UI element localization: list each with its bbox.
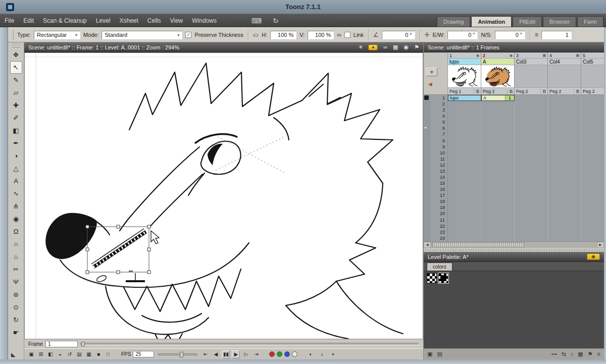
menu-edit[interactable]: Edit <box>19 14 38 27</box>
xsheet-cell[interactable] <box>515 204 548 211</box>
xsheet-cell[interactable] <box>548 186 581 192</box>
first-frame-button[interactable]: ⇤ <box>201 350 210 358</box>
xsheet-cell[interactable] <box>481 125 515 131</box>
locator-icon[interactable]: ⌖ <box>329 350 337 358</box>
add-level-button[interactable]: + <box>426 68 437 76</box>
xsheet-cell[interactable] <box>581 107 604 113</box>
room-tab-animation[interactable]: Animation <box>471 16 512 27</box>
matte-channel-toggle[interactable] <box>292 351 297 357</box>
palette-power-button[interactable]: ◉ <box>587 253 600 260</box>
xsheet-cell[interactable] <box>448 156 481 162</box>
sound-icon[interactable]: ♪ <box>318 350 326 358</box>
play-button[interactable]: ▶ <box>232 350 240 358</box>
menu-cells[interactable]: Cells <box>143 14 166 27</box>
xsheet-cell[interactable] <box>581 101 604 107</box>
xsheet-cell[interactable] <box>548 162 581 168</box>
frame-marker-cell[interactable] <box>424 211 430 217</box>
ew-field[interactable]: 0 " <box>447 31 478 39</box>
xsheet-cell[interactable] <box>548 131 581 137</box>
xsheet-cell[interactable] <box>481 174 515 180</box>
frame-number[interactable]: 18 <box>430 198 448 204</box>
frame-number[interactable]: 10 <box>430 150 448 156</box>
frame-marker-cell[interactable] <box>424 204 430 211</box>
xsheet-cell[interactable] <box>548 113 581 119</box>
tab-colors[interactable]: colors <box>427 263 452 271</box>
xsheet-hscrollbar[interactable]: ◀ ▶ <box>424 241 604 248</box>
v-scale-field[interactable]: 100 % <box>308 31 334 39</box>
frame-marker-cell[interactable] <box>424 138 430 144</box>
green-channel-toggle[interactable] <box>277 351 282 357</box>
xsheet-cell[interactable] <box>481 144 515 150</box>
xsheet-cell[interactable] <box>481 180 515 186</box>
frame-marker-cell[interactable] <box>424 223 430 229</box>
xsheet-cell[interactable] <box>481 131 515 137</box>
zoom-tool[interactable]: ⊙ <box>10 301 22 314</box>
column-number-cell[interactable]: 2◉ <box>481 53 514 59</box>
white-bg-icon[interactable]: □ <box>104 350 112 358</box>
flip-horizontal-icon[interactable]: ◧ <box>46 350 55 358</box>
red-channel-toggle[interactable] <box>269 351 275 357</box>
xsheet-cell[interactable] <box>515 186 548 192</box>
xsheet-cell[interactable] <box>515 168 548 174</box>
menu-icon[interactable]: ≡ <box>597 351 600 357</box>
xsheet-cell[interactable] <box>515 229 548 235</box>
frame-input[interactable]: 1 <box>45 341 78 347</box>
xsheet-cell[interactable] <box>448 186 481 192</box>
iron-tool[interactable]: ⌂ <box>10 250 22 263</box>
room-tab-pltedit[interactable]: PltEdit <box>513 16 542 27</box>
skeleton-tool[interactable]: Ψ <box>10 276 22 288</box>
frame-marker-cell[interactable] <box>424 107 430 113</box>
frame-marker-cell[interactable] <box>424 217 430 223</box>
camstand-icon[interactable]: ▦ <box>542 54 546 58</box>
xsheet-cell[interactable] <box>548 144 581 150</box>
xsheet-cell[interactable] <box>548 229 581 235</box>
xsheet-cell[interactable] <box>548 174 581 180</box>
xsheet-cell[interactable] <box>448 144 481 150</box>
xsheet-cell[interactable] <box>515 101 548 107</box>
xsheet-cell[interactable] <box>481 223 515 229</box>
column-thumbnail[interactable] <box>581 65 604 88</box>
viewer-canvas[interactable] <box>24 53 423 339</box>
xsheet-cell[interactable] <box>581 174 604 180</box>
column-number-cell[interactable]: 4▦ <box>548 53 581 59</box>
frame-number[interactable]: 15 <box>430 180 448 186</box>
xsheet-cell[interactable] <box>515 174 548 180</box>
column-peg-cell[interactable]: Peg 2B <box>581 88 604 94</box>
xsheet-cell[interactable] <box>548 156 581 162</box>
column-peg-cell[interactable]: Peg 2B <box>548 88 581 94</box>
frame-number[interactable]: 11 <box>430 156 448 162</box>
xsheet-cell[interactable] <box>448 198 481 204</box>
xsheet-cell[interactable] <box>581 204 604 211</box>
type-select[interactable]: Rectangular▾ <box>34 31 80 39</box>
xsheet-cell[interactable] <box>481 235 515 241</box>
ns-field[interactable]: 0 " <box>495 31 525 39</box>
xsheet-cell[interactable] <box>448 138 481 144</box>
tool-column-drag-handle[interactable] <box>12 44 21 47</box>
column-name[interactable]: Col5 <box>581 59 604 65</box>
frame-slider[interactable] <box>80 343 419 345</box>
frame-marker-cell[interactable] <box>424 174 430 180</box>
xsheet-cell[interactable] <box>581 180 604 186</box>
xsheet-title-bar[interactable]: Scene: untitled8* :: 1 Frames <box>424 42 604 53</box>
frame-number[interactable]: 6 <box>430 125 448 131</box>
xsheet-cell[interactable] <box>481 138 515 144</box>
xsheet-cell[interactable] <box>448 113 481 119</box>
xsheet-cell[interactable] <box>581 138 604 144</box>
flip-vertical-icon[interactable]: ◒ <box>56 350 64 358</box>
menu-scan-cleanup[interactable]: Scan & Cleanup <box>38 14 91 27</box>
column-thumbnail[interactable] <box>481 65 514 88</box>
xsheet-cell[interactable] <box>448 168 481 174</box>
room-tab-browser[interactable]: Browser <box>543 16 576 27</box>
preserve-thickness-checkbox[interactable]: ✓ <box>185 32 191 38</box>
xsheet-cell[interactable] <box>515 107 548 113</box>
link-checkbox[interactable] <box>344 32 350 38</box>
xsheet-cell[interactable] <box>581 119 604 125</box>
xsheet-cell[interactable] <box>581 192 604 198</box>
preview-icon[interactable]: ◉ <box>404 44 409 50</box>
paint-brush-tool[interactable]: ✒ <box>10 137 22 149</box>
viewer-title-bar[interactable]: Scene: untitled8* :: Frame: 1 :: Level: … <box>24 42 423 53</box>
menu-view[interactable]: View <box>165 14 187 27</box>
window-titlebar[interactable]: Toonz 7.1.1 <box>0 0 606 14</box>
selected-nose-stroke[interactable] <box>91 229 146 267</box>
xsheet-cell[interactable] <box>481 162 515 168</box>
